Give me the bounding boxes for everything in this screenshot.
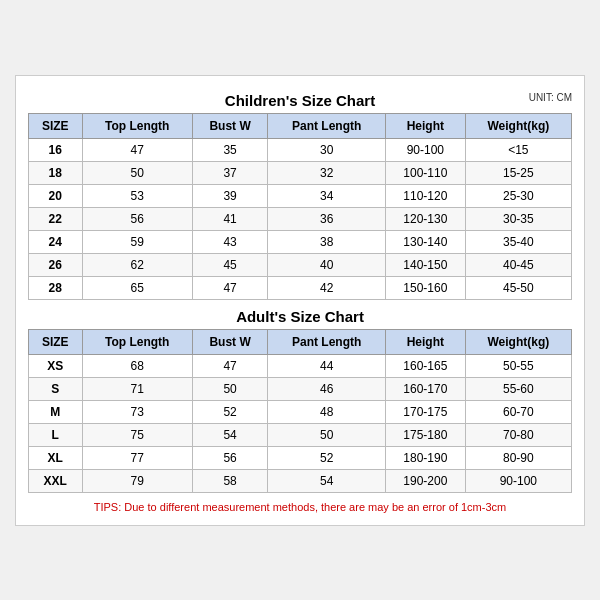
table-cell: 35 xyxy=(192,138,268,161)
table-cell: 42 xyxy=(268,276,386,299)
table-cell: 55-60 xyxy=(465,377,571,400)
table-cell: 45 xyxy=(192,253,268,276)
table-cell: 39 xyxy=(192,184,268,207)
adult-col-header-height: Height xyxy=(386,329,466,354)
table-cell: 68 xyxy=(82,354,192,377)
table-cell: 32 xyxy=(268,161,386,184)
col-header-bust: Bust W xyxy=(192,113,268,138)
table-cell: 40-45 xyxy=(465,253,571,276)
table-row: 26624540140-15040-45 xyxy=(29,253,572,276)
tips-text: TIPS: Due to different measurement metho… xyxy=(28,501,572,513)
table-cell: 52 xyxy=(192,400,268,423)
table-cell: 160-170 xyxy=(386,377,466,400)
table-cell: 175-180 xyxy=(386,423,466,446)
table-cell: 56 xyxy=(192,446,268,469)
col-header-top-length: Top Length xyxy=(82,113,192,138)
table-row: L755450175-18070-80 xyxy=(29,423,572,446)
table-cell: XL xyxy=(29,446,83,469)
table-cell: 62 xyxy=(82,253,192,276)
table-cell: 26 xyxy=(29,253,83,276)
table-cell: 20 xyxy=(29,184,83,207)
adult-col-header-weight: Weight(kg) xyxy=(465,329,571,354)
table-cell: 41 xyxy=(192,207,268,230)
table-cell: XS xyxy=(29,354,83,377)
table-cell: 22 xyxy=(29,207,83,230)
table-cell: 47 xyxy=(192,276,268,299)
table-cell: 75 xyxy=(82,423,192,446)
table-cell: 50 xyxy=(82,161,192,184)
table-cell: S xyxy=(29,377,83,400)
table-cell: 60-70 xyxy=(465,400,571,423)
table-cell: 65 xyxy=(82,276,192,299)
table-row: 20533934110-12025-30 xyxy=(29,184,572,207)
table-row: XS684744160-16550-55 xyxy=(29,354,572,377)
table-row: 22564136120-13030-35 xyxy=(29,207,572,230)
table-row: 1647353090-100<15 xyxy=(29,138,572,161)
table-cell: 71 xyxy=(82,377,192,400)
table-cell: 59 xyxy=(82,230,192,253)
table-cell: 79 xyxy=(82,469,192,492)
table-row: 18503732100-11015-25 xyxy=(29,161,572,184)
table-cell: 90-100 xyxy=(386,138,466,161)
table-cell: 24 xyxy=(29,230,83,253)
table-cell: 35-40 xyxy=(465,230,571,253)
table-row: S715046160-17055-60 xyxy=(29,377,572,400)
adult-table: SIZE Top Length Bust W Pant Length Heigh… xyxy=(28,329,572,493)
table-cell: <15 xyxy=(465,138,571,161)
table-cell: 100-110 xyxy=(386,161,466,184)
table-cell: 46 xyxy=(268,377,386,400)
table-cell: 160-165 xyxy=(386,354,466,377)
table-row: M735248170-17560-70 xyxy=(29,400,572,423)
adult-col-header-top-length: Top Length xyxy=(82,329,192,354)
table-cell: 40 xyxy=(268,253,386,276)
table-cell: 45-50 xyxy=(465,276,571,299)
table-cell: 52 xyxy=(268,446,386,469)
table-cell: 50-55 xyxy=(465,354,571,377)
table-cell: 30 xyxy=(268,138,386,161)
chart-container: Children's Size Chart UNIT: CM SIZE Top … xyxy=(15,75,585,526)
table-cell: 36 xyxy=(268,207,386,230)
table-cell: 90-100 xyxy=(465,469,571,492)
table-cell: 73 xyxy=(82,400,192,423)
table-cell: XXL xyxy=(29,469,83,492)
table-cell: 180-190 xyxy=(386,446,466,469)
table-cell: 170-175 xyxy=(386,400,466,423)
table-cell: 53 xyxy=(82,184,192,207)
table-cell: 34 xyxy=(268,184,386,207)
table-cell: 58 xyxy=(192,469,268,492)
col-header-height: Height xyxy=(386,113,466,138)
adult-header-row: SIZE Top Length Bust W Pant Length Heigh… xyxy=(29,329,572,354)
unit-label: UNIT: CM xyxy=(529,92,572,103)
children-table: SIZE Top Length Bust W Pant Length Heigh… xyxy=(28,113,572,300)
table-cell: 54 xyxy=(268,469,386,492)
table-row: XXL795854190-20090-100 xyxy=(29,469,572,492)
table-cell: 77 xyxy=(82,446,192,469)
adult-col-header-size: SIZE xyxy=(29,329,83,354)
table-row: 24594338130-14035-40 xyxy=(29,230,572,253)
table-cell: 43 xyxy=(192,230,268,253)
table-cell: 80-90 xyxy=(465,446,571,469)
col-header-weight: Weight(kg) xyxy=(465,113,571,138)
table-cell: 54 xyxy=(192,423,268,446)
children-title-text: Children's Size Chart xyxy=(225,92,375,109)
table-cell: 140-150 xyxy=(386,253,466,276)
table-row: XL775652180-19080-90 xyxy=(29,446,572,469)
table-cell: M xyxy=(29,400,83,423)
table-cell: 47 xyxy=(82,138,192,161)
col-header-pant: Pant Length xyxy=(268,113,386,138)
table-cell: 50 xyxy=(192,377,268,400)
table-row: 28654742150-16045-50 xyxy=(29,276,572,299)
table-cell: 25-30 xyxy=(465,184,571,207)
table-cell: 38 xyxy=(268,230,386,253)
children-header-row: SIZE Top Length Bust W Pant Length Heigh… xyxy=(29,113,572,138)
table-cell: 44 xyxy=(268,354,386,377)
table-cell: 30-35 xyxy=(465,207,571,230)
table-cell: 120-130 xyxy=(386,207,466,230)
table-cell: 50 xyxy=(268,423,386,446)
table-cell: 16 xyxy=(29,138,83,161)
table-cell: 70-80 xyxy=(465,423,571,446)
col-header-size: SIZE xyxy=(29,113,83,138)
table-cell: 37 xyxy=(192,161,268,184)
table-cell: 56 xyxy=(82,207,192,230)
table-cell: 110-120 xyxy=(386,184,466,207)
